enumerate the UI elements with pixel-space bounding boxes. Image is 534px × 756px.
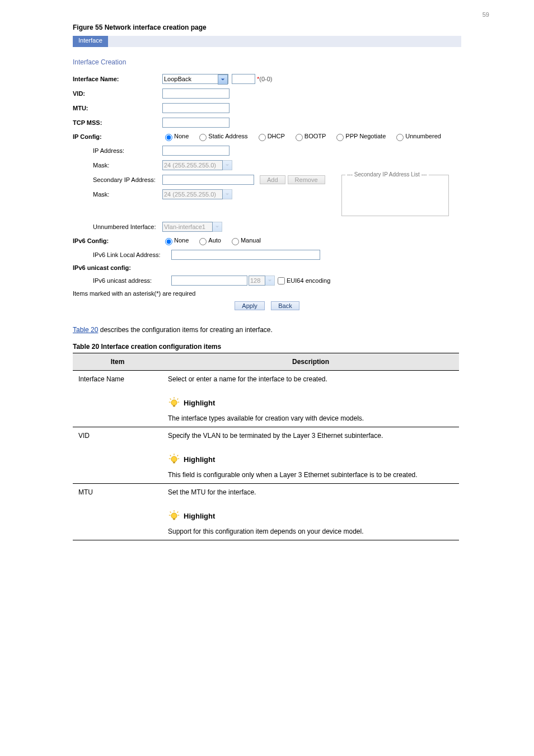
chevron-down-icon (212, 222, 222, 232)
cell-item: MTU (73, 484, 162, 540)
svg-point-5 (171, 400, 177, 405)
label-mask2: Mask: (73, 191, 162, 198)
label-eui64: EUI64 encoding (287, 277, 330, 284)
svg-line-8 (170, 455, 171, 456)
hint-interface-range: *(0-0) (257, 76, 273, 82)
input-ipv6-unicast[interactable] (171, 276, 247, 286)
remove-button: Remove (288, 175, 325, 184)
label-ipv6-unicast: IPv6 unicast address: (73, 277, 171, 284)
input-tcp-mss[interactable] (162, 118, 229, 128)
label-ip-address: IP Address: (73, 147, 162, 154)
radio-ip-static[interactable]: Static Address (196, 132, 247, 141)
back-button[interactable]: Back (271, 301, 299, 310)
radio-ip-unnumbered[interactable]: Unnumbered (394, 132, 441, 141)
table-header-desc: Description (162, 353, 459, 371)
radio-ip-none[interactable]: None (162, 132, 189, 141)
label-vid: VID: (73, 90, 162, 97)
section-title: Interface Creation (73, 58, 461, 66)
lightbulb-icon (168, 510, 180, 522)
radio-ip-dhcp[interactable]: DHCP (256, 132, 285, 141)
required-note: Items marked with an asterisk(*) are req… (73, 290, 461, 297)
radio-ip-bootp[interactable]: BOOTP (293, 132, 326, 141)
config-items-table: Table 20 Interface creation configuratio… (73, 343, 459, 540)
chevron-down-icon (265, 276, 275, 286)
svg-line-16 (177, 512, 179, 513)
cell-item: Interface Name (73, 371, 162, 427)
lightbulb-icon (168, 396, 180, 409)
svg-line-1 (170, 399, 171, 400)
chevron-down-icon (222, 160, 232, 170)
select-mask (162, 160, 223, 170)
label-ipv6-config: IPv6 Config: (73, 237, 162, 244)
svg-line-15 (170, 512, 171, 513)
label-ip-config: IP Config: (73, 133, 162, 140)
label-ipv6-unicast-config: IPv6 unicast config: (73, 264, 162, 271)
table-row: MTU Set the MTU for the interface. (73, 484, 459, 540)
table-row: VID Specify the VLAN to be terminated by… (73, 427, 459, 484)
table-caption: Table 20 Interface creation configuratio… (73, 343, 459, 353)
radio-ipv6-auto[interactable]: Auto (196, 236, 221, 245)
tab-interface[interactable]: Interface (73, 36, 108, 47)
input-ipv6-linklocal[interactable] (171, 250, 320, 260)
input-mtu[interactable] (162, 103, 229, 113)
lightbulb-icon (168, 453, 180, 465)
select-ipv6-prefix (249, 276, 265, 286)
svg-point-12 (171, 456, 177, 462)
cell-desc: Select or enter a name for the interface… (162, 371, 459, 427)
figure-caption: Figure 55 Network interface creation pag… (73, 24, 461, 31)
input-ip-address[interactable] (162, 146, 229, 156)
svg-point-19 (171, 513, 177, 519)
radio-ipv6-none[interactable]: None (162, 236, 189, 245)
apply-button[interactable]: Apply (235, 301, 265, 310)
add-button: Add (260, 175, 285, 184)
label-unnumbered: Unnumbered Interface: (73, 223, 162, 230)
cell-item: VID (73, 427, 162, 484)
radio-ipv6-manual[interactable]: Manual (229, 236, 261, 245)
cell-desc: Specify the VLAN to be terminated by the… (162, 427, 459, 484)
svg-rect-13 (173, 462, 175, 464)
table-link[interactable]: Table 20 (73, 326, 98, 334)
input-interface-index[interactable] (232, 74, 255, 84)
label-secondary-ip: Secondary IP Address: (73, 176, 162, 183)
svg-line-2 (177, 399, 179, 400)
svg-rect-6 (173, 405, 175, 407)
label-tcp-mss: TCP MSS: (73, 119, 162, 126)
select-unnumbered (162, 222, 213, 232)
select-mask2 (162, 189, 223, 199)
label-ipv6-linklocal: IPv6 Link Local Address: (73, 251, 171, 258)
chevron-down-icon[interactable] (218, 74, 228, 85)
input-secondary-ip[interactable] (162, 175, 254, 185)
cell-desc: Set the MTU for the interface. Highlight (162, 484, 459, 540)
table-row: Interface Name Select or enter a name fo… (73, 371, 459, 427)
label-mtu: MTU: (73, 105, 162, 111)
radio-ip-ppp[interactable]: PPP Negotiate (334, 132, 386, 141)
svg-line-9 (177, 455, 179, 456)
chevron-down-icon (222, 189, 232, 199)
checkbox-eui64[interactable] (278, 277, 285, 284)
label-mask: Mask: (73, 162, 162, 169)
secondary-ip-list: --- Secondary IP Address List --- (341, 175, 449, 216)
svg-rect-20 (173, 519, 175, 520)
table-header-item: Item (73, 353, 162, 371)
page-number: 59 (0, 0, 534, 24)
input-vid[interactable] (162, 88, 229, 99)
label-interface-name: Interface Name: (73, 76, 162, 82)
tab-bar: Interface (73, 36, 461, 47)
after-figure-text: Table 20 describes the configuration ite… (73, 326, 461, 334)
